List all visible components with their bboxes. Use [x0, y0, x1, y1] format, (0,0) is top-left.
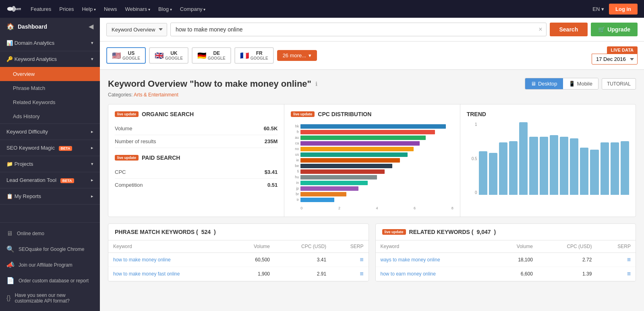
sidebar-item-lead-generation[interactable]: Lead Generation Tool BETA ▸ [0, 172, 100, 188]
related-keywords-header-row: Keyword Volume CPC (USD) SERP [376, 240, 636, 253]
cpc-bar [300, 147, 414, 151]
trend-title: TREND [467, 111, 629, 117]
live-data-section: LIVE DATA 17 Dec 2016 [592, 46, 638, 65]
trend-bar [570, 138, 578, 195]
cpc-bar-row: ie [291, 158, 453, 163]
rk-serp-cell: ≡ [596, 267, 636, 281]
sidebar-online-demo[interactable]: 🖥 Online demo [0, 226, 100, 241]
cpc-bar [300, 164, 392, 168]
sidebar-affiliate[interactable]: 📣 Join our Affiliate Program [0, 257, 100, 273]
serp-icon[interactable]: ≡ [360, 256, 363, 263]
cpc-bar-label: tr [291, 198, 299, 202]
related-keywords-title: live update RELATED KEYWORDS (9,047) [382, 229, 630, 235]
sidebar-item-projects[interactable]: 📁 Projects ▾ [0, 156, 100, 172]
related-keywords-table: Keyword Volume CPC (USD) SERP ways to ma… [376, 240, 636, 281]
page-title: Keyword Overview "how to make money onli… [108, 79, 311, 89]
chevron-right-icon-3: ▸ [91, 177, 93, 183]
nav-features[interactable]: Features [31, 6, 51, 12]
mobile-view-button[interactable]: 📱 Mobile [563, 78, 598, 89]
keyword-link[interactable]: how to make money fast online [113, 271, 180, 277]
sidebar-item-seo-keyword-magic[interactable]: SEO Keyword Magic BETA ▸ [0, 140, 100, 156]
search-input[interactable] [170, 23, 547, 36]
clear-icon[interactable]: × [538, 26, 542, 33]
rk-col-serp: SERP [596, 240, 636, 253]
rk-col-volume: Volume [494, 240, 538, 253]
search-button[interactable]: Search [550, 23, 588, 36]
sidebar-item-phrase-match[interactable]: Phrase Match [0, 81, 100, 95]
sidebar-custom-db[interactable]: 📄 Order custom database or report [0, 273, 100, 288]
sidebar-collapse[interactable]: ◀ [89, 23, 93, 30]
trend-bar [540, 137, 548, 195]
cpc-bar [300, 198, 334, 202]
nav-help[interactable]: Help [82, 6, 96, 12]
trend-bar [489, 153, 497, 195]
nav-prices[interactable]: Prices [59, 6, 74, 12]
serp-icon[interactable]: ≡ [360, 270, 363, 277]
trend-chart: 1 0.5 0 [467, 122, 629, 203]
tutorial-button[interactable]: TUTORIAL [602, 78, 636, 90]
serp-icon[interactable]: ≡ [627, 270, 631, 277]
projects-label: Projects [14, 161, 33, 167]
cpc-bar-label: fr [291, 130, 299, 134]
chevron-right-icon-2: ▸ [91, 145, 93, 150]
lead-gen-beta-badge: BETA [60, 178, 74, 183]
sidebar-api[interactable]: {} Have you seen our new customizable AP… [0, 288, 100, 308]
domain-analytics-icon: 📊 [6, 40, 13, 46]
keywords-grid: PHRASE MATCH KEYWORDS (524) Keyword Volu… [108, 223, 636, 282]
lang-button[interactable]: EN ▾ [592, 6, 604, 12]
trend-bar [499, 142, 507, 195]
sidebar-item-related-keywords[interactable]: Related Keywords [0, 95, 100, 109]
sidebar-item-keyword-difficulty[interactable]: Keyword Difficulty ▸ [0, 124, 100, 140]
trend-bar [601, 142, 609, 195]
cpc-dist-title: live update CPC DISTRIBUTION [291, 111, 453, 117]
cpc-bar-label: au [291, 136, 299, 140]
nav-company[interactable]: Company [180, 6, 205, 12]
chevron-right-icon-4: ▸ [91, 194, 93, 199]
keyword-link[interactable]: ways to make money online [381, 257, 440, 263]
sidebar-item-my-reports[interactable]: 📋 My Reports ▸ [0, 188, 100, 204]
country-fr[interactable]: 🇫🇷 FRGOOGLE [234, 47, 274, 64]
login-button[interactable]: Log in [609, 4, 638, 15]
cpc-bar-row: hu [291, 175, 453, 180]
metrics-grid: live update ORGANIC SEARCH Volume 60.5K … [108, 104, 636, 217]
cpc-bar-row: br [291, 192, 453, 196]
keyword-link[interactable]: how to make money online [113, 257, 171, 263]
trend-bar [611, 142, 619, 195]
page-title-bar: Keyword Overview "how to make money onli… [108, 78, 636, 90]
search-type-select[interactable]: Keyword Overview [106, 23, 167, 36]
cpc-bar-track [300, 129, 453, 134]
serp-icon[interactable]: ≡ [627, 256, 631, 263]
sidebar-item-overview[interactable]: Overview [0, 67, 100, 81]
sidebar-seoquake[interactable]: 🔍 SEOquake for Google Chrome [0, 241, 100, 257]
cpc-live-badge: live update [291, 111, 315, 117]
sidebar-item-domain-analytics[interactable]: 📊 Domain Analytics ▾ [0, 35, 100, 51]
rk-volume-cell: 6,600 [494, 267, 538, 281]
country-uk[interactable]: 🇬🇧 UKGOOGLE [149, 47, 188, 64]
view-toggle: 🖥 Desktop 📱 Mobile [525, 78, 598, 90]
main-content: Keyword Overview × Search 🛒 Upgrade 🇺🇸 U… [100, 18, 644, 311]
live-data-label: LIVE DATA [607, 46, 638, 54]
sidebar-item-ads-history[interactable]: Ads History [0, 109, 100, 123]
cpc-bar-label: us [291, 152, 299, 157]
cpc-bar-track [300, 141, 453, 146]
nav-news[interactable]: News [104, 6, 117, 12]
cpc-bar-label: hk [291, 124, 299, 128]
chevron-up-icon: ▾ [91, 56, 93, 62]
sidebar-item-keyword-analytics[interactable]: 🔑 Keyword Analytics ▾ [0, 51, 100, 67]
pm-col-keyword: Keyword [108, 240, 233, 253]
table-row: ways to make money online 18,100 2.72 ≡ [376, 253, 636, 267]
cpc-bar [300, 141, 420, 146]
country-de[interactable]: 🇩🇪 DEGOOGLE [192, 47, 231, 64]
upgrade-button[interactable]: 🛒 Upgrade [591, 23, 638, 36]
desktop-view-button[interactable]: 🖥 Desktop [525, 78, 563, 89]
keyword-link[interactable]: how to earn money online [381, 271, 436, 277]
cpc-distribution-section: live update CPC DISTRIBUTION hk fr au ca… [284, 104, 460, 217]
nav-blog[interactable]: Blog [158, 6, 172, 12]
category-link[interactable]: Arts & Entertainment [134, 92, 178, 98]
nav-right: EN ▾ Log in [592, 4, 638, 15]
pm-serp-cell: ≡ [331, 253, 368, 267]
nav-webinars[interactable]: Webinars [125, 6, 150, 12]
live-data-select[interactable]: 17 Dec 2016 [592, 54, 638, 65]
country-us[interactable]: 🇺🇸 USGOOGLE [106, 47, 146, 64]
other-countries-button[interactable]: 26 more... ▾ [277, 50, 317, 61]
